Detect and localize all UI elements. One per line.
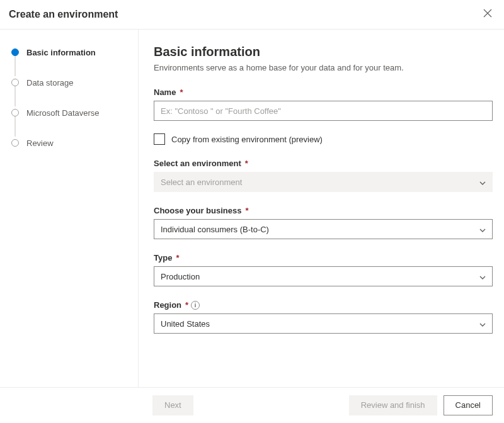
select-environment-dropdown: Select an environment xyxy=(154,172,493,192)
info-icon[interactable]: i xyxy=(191,301,200,310)
name-label: Name xyxy=(154,87,176,97)
region-value: United States xyxy=(161,319,210,329)
required-asterisk: * xyxy=(180,87,183,97)
business-dropdown[interactable]: Individual consumers (B-to-C) xyxy=(154,219,493,239)
wizard-stepper: Basic information Data storage Microsoft… xyxy=(0,30,139,387)
name-input[interactable] xyxy=(154,101,493,121)
step-review[interactable]: Review xyxy=(11,137,128,149)
close-button[interactable] xyxy=(483,9,493,20)
business-label: Choose your business xyxy=(154,206,241,215)
business-value: Individual consumers (B-to-C) xyxy=(161,225,269,234)
next-button: Next xyxy=(152,395,193,415)
step-circle-icon xyxy=(11,109,19,116)
region-label: Region xyxy=(154,300,181,310)
chevron-down-icon xyxy=(479,273,486,279)
section-subtitle: Environments serve as a home base for yo… xyxy=(154,63,493,72)
step-label: Data storage xyxy=(26,78,73,87)
step-label: Microsoft Dataverse xyxy=(26,108,100,118)
step-microsoft-dataverse[interactable]: Microsoft Dataverse xyxy=(11,106,128,119)
close-icon xyxy=(483,9,492,20)
select-environment-value: Select an environment xyxy=(161,178,242,187)
copy-existing-label: Copy from existing environment (preview) xyxy=(171,135,323,144)
section-heading: Basic information xyxy=(154,45,493,59)
required-asterisk: * xyxy=(245,206,248,215)
step-circle-icon xyxy=(11,139,19,147)
select-environment-label: Select an environment xyxy=(154,159,241,168)
step-circle-icon xyxy=(11,48,19,56)
required-asterisk: * xyxy=(176,253,179,262)
step-basic-information[interactable]: Basic information xyxy=(11,46,128,59)
copy-existing-checkbox[interactable]: Copy from existing environment (preview) xyxy=(154,133,493,145)
type-dropdown[interactable]: Production xyxy=(154,266,493,286)
cancel-button[interactable]: Cancel xyxy=(444,395,493,415)
required-asterisk: * xyxy=(245,159,248,168)
step-label: Review xyxy=(26,138,54,148)
required-asterisk: * xyxy=(185,300,188,310)
step-circle-icon xyxy=(11,79,19,86)
chevron-down-icon xyxy=(479,320,486,327)
type-value: Production xyxy=(161,272,200,281)
step-data-storage[interactable]: Data storage xyxy=(11,76,128,89)
type-label: Type xyxy=(154,253,172,262)
chevron-down-icon xyxy=(479,179,486,185)
chevron-down-icon xyxy=(479,226,486,232)
step-label: Basic information xyxy=(26,48,96,57)
region-dropdown[interactable]: United States xyxy=(154,313,493,334)
review-and-finish-button: Review and finish xyxy=(349,395,437,415)
checkbox-icon xyxy=(154,133,165,145)
dialog-title: Create an environment xyxy=(9,9,118,20)
